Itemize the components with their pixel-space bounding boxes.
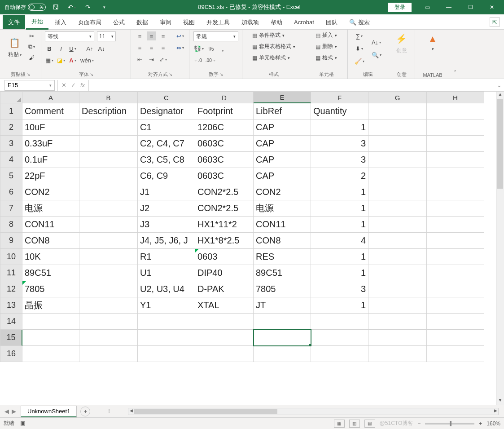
cell-B8[interactable] [79, 217, 138, 233]
cell-D3[interactable]: 0603C [195, 136, 254, 152]
cell-B9[interactable] [79, 233, 138, 249]
cell-D1[interactable]: Footprint [195, 103, 254, 119]
align-top-icon[interactable]: ≡ [136, 31, 145, 40]
cell-F2[interactable]: 1 [311, 119, 368, 136]
cell-A5[interactable]: 22pF [22, 168, 79, 184]
conditional-formatting-button[interactable]: ▦ 条件格式 ▾ [252, 31, 285, 39]
cell-E2[interactable]: CAP [254, 119, 311, 136]
cell-E10[interactable]: RES [254, 249, 311, 265]
row-header-5[interactable]: 5 [0, 168, 22, 184]
cell-H6[interactable] [427, 184, 484, 200]
cell-D13[interactable]: XTAL [195, 297, 254, 314]
cell-C5[interactable]: C6, C9 [138, 168, 195, 184]
cell-F8[interactable]: 1 [311, 217, 368, 233]
tab-data[interactable]: 数据 [131, 15, 153, 29]
cell-E13[interactable]: JT [254, 297, 311, 314]
clipboard-dialog-launcher[interactable]: ↘ [26, 72, 30, 77]
cell-D11[interactable]: DIP40 [195, 265, 254, 281]
cell-G13[interactable] [368, 297, 427, 314]
sheet-tab[interactable]: UnknownSheet1 [21, 406, 77, 417]
cell-H5[interactable] [427, 168, 484, 184]
cell-B10[interactable] [79, 249, 138, 265]
italic-button[interactable]: I [57, 44, 66, 53]
cell-H13[interactable] [427, 297, 484, 314]
cell-F1[interactable]: Quantity [311, 103, 368, 119]
collapse-ribbon-icon[interactable]: ˄ [450, 30, 460, 79]
insert-cells-button[interactable]: ▤ 插入 ▾ [316, 31, 337, 39]
cell-C9[interactable]: J4, J5, J6, J [138, 233, 195, 249]
cell-C2[interactable]: C1 [138, 119, 195, 136]
cell-H15[interactable] [427, 330, 484, 346]
cell-F10[interactable]: 1 [311, 249, 368, 265]
spreadsheet-grid[interactable]: ABCDEFGH1CommentDescriptionDesignatorFoo… [0, 92, 504, 405]
scroll-down-icon[interactable]: ▼ [496, 398, 504, 405]
cell-A13[interactable]: 晶振 [22, 297, 79, 314]
align-left-icon[interactable]: ≡ [136, 43, 145, 52]
scroll-right-icon[interactable]: ▶ [493, 408, 498, 415]
decrease-font-icon[interactable]: A↓ [97, 44, 106, 53]
autosave-switch[interactable]: 关 [28, 4, 46, 11]
sort-filter-button[interactable]: A↓ [371, 38, 382, 47]
font-name-combobox[interactable]: 等线▾ [45, 31, 94, 41]
cell-G15[interactable] [368, 330, 427, 346]
align-center-icon[interactable]: ≡ [147, 43, 156, 52]
cell-H12[interactable] [427, 281, 484, 297]
font-color-button[interactable]: A [68, 56, 77, 65]
cell-B4[interactable] [79, 152, 138, 168]
cell-G11[interactable] [368, 265, 427, 281]
underline-button[interactable]: U [68, 44, 77, 53]
cell-E14[interactable] [254, 314, 311, 330]
row-header-16[interactable]: 16 [0, 346, 22, 362]
row-header-3[interactable]: 3 [0, 136, 22, 152]
cell-F3[interactable]: 3 [311, 136, 368, 152]
zoom-level[interactable]: 160% [486, 420, 500, 427]
row-header-10[interactable]: 10 [0, 249, 22, 265]
macro-record-icon[interactable]: ▣ [20, 420, 25, 426]
cell-D4[interactable]: 0603C [195, 152, 254, 168]
cell-A6[interactable]: CON2 [22, 184, 79, 200]
column-header-E[interactable]: E [254, 92, 311, 103]
cell-D2[interactable]: 1206C [195, 119, 254, 136]
column-header-A[interactable]: A [22, 92, 79, 103]
cell-G14[interactable] [368, 314, 427, 330]
sheet-nav-next-icon[interactable]: ▶ [12, 408, 16, 415]
cell-A12[interactable]: 7805 [22, 281, 79, 297]
align-right-icon[interactable]: ≡ [159, 43, 168, 52]
minimize-icon[interactable]: — [438, 0, 459, 14]
cell-B15[interactable] [79, 330, 138, 346]
increase-decimal-button[interactable]: ←.0 [193, 56, 202, 65]
copy-icon[interactable]: ⧉ [27, 42, 36, 51]
cell-B5[interactable] [79, 168, 138, 184]
cell-H7[interactable] [427, 200, 484, 217]
matlab-button[interactable]: ▲ ▾ [423, 31, 443, 51]
cell-F16[interactable] [311, 346, 368, 362]
cell-H9[interactable] [427, 233, 484, 249]
merge-center-button[interactable]: ⇔ [176, 43, 185, 52]
qat-customize-icon[interactable]: ▾ [98, 1, 110, 13]
sheet-nav-prev-icon[interactable]: ◀ [4, 408, 9, 415]
fx-icon[interactable]: fx [80, 82, 85, 88]
wrap-text-button[interactable]: ↩ [176, 31, 185, 40]
tab-developer[interactable]: 开发工具 [201, 15, 235, 29]
cell-G5[interactable] [368, 168, 427, 184]
number-format-combobox[interactable]: 常规▾ [193, 31, 238, 41]
cell-G3[interactable] [368, 136, 427, 152]
autosave-toggle[interactable]: 自动保存 关 [4, 4, 46, 11]
column-header-C[interactable]: C [138, 92, 195, 103]
paste-button[interactable]: 📋 粘贴 [5, 35, 25, 58]
tab-layout[interactable]: 页面布局 [73, 15, 107, 29]
cell-C10[interactable]: R1 [138, 249, 195, 265]
cell-C13[interactable]: Y1 [138, 297, 195, 314]
column-header-H[interactable]: H [427, 92, 484, 103]
undo-icon[interactable]: ↶ [66, 1, 78, 13]
cell-G7[interactable] [368, 200, 427, 217]
row-header-13[interactable]: 13 [0, 297, 22, 314]
increase-font-icon[interactable]: A↑ [85, 44, 94, 53]
borders-button[interactable]: ▦ [45, 56, 54, 65]
cell-F12[interactable]: 3 [311, 281, 368, 297]
fill-button[interactable]: ⬇ [354, 44, 365, 53]
decrease-decimal-button[interactable]: .00→ [205, 56, 217, 65]
row-header-14[interactable]: 14 [0, 314, 22, 330]
cell-D5[interactable]: 0603C [195, 168, 254, 184]
cell-C16[interactable] [138, 346, 195, 362]
